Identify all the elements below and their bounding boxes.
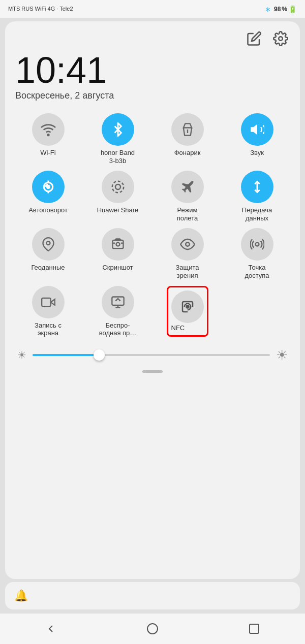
bluetooth-label: honor Band3-b3b <box>101 149 135 165</box>
huaweishare-label: Huawei Share <box>97 206 139 214</box>
svg-point-11 <box>46 242 50 245</box>
battery-icon: 🔋 <box>288 5 297 13</box>
toggle-huaweishare[interactable]: Huawei Share <box>85 171 150 222</box>
toggle-bluetooth[interactable]: honor Band3-b3b <box>85 113 150 165</box>
recents-button[interactable] <box>241 616 267 641</box>
status-bar: MTS RUS WiFi 4G · Tele2 ∗ 98% 🔋 <box>0 0 305 18</box>
toggle-hotspot[interactable]: Точкадоступа <box>224 228 290 279</box>
battery-indicator: 98% 🔋 <box>274 5 297 13</box>
toggle-airplane[interactable]: Режимполета <box>155 171 220 222</box>
nfc-label: NFC <box>171 324 185 332</box>
flashlight-icon-circle <box>171 113 204 146</box>
svg-point-17 <box>255 243 259 246</box>
hotspot-icon-circle <box>241 228 273 261</box>
brightness-high-icon: ☀ <box>276 347 288 363</box>
nfc-icon-circle <box>171 291 204 323</box>
svg-point-8 <box>115 184 120 189</box>
quick-toggles-grid: Wi-Fi honor Band3-b3b Фонарик <box>15 113 290 337</box>
bottom-notification[interactable]: 🔔 <box>5 582 300 609</box>
notification-icon: 🔔 <box>14 589 28 602</box>
wireless-icon-circle <box>102 286 134 318</box>
slider-fill <box>33 354 99 356</box>
geodata-label: Геоданные <box>31 264 65 272</box>
drag-handle-bar <box>142 370 163 373</box>
toggle-screenrecord[interactable]: Запись сэкрана <box>15 286 81 337</box>
svg-point-23 <box>186 305 189 308</box>
toggle-sound[interactable]: Звук <box>224 113 290 165</box>
toggle-flashlight[interactable]: Фонарик <box>155 113 220 165</box>
nfc-highlight-border: NFC <box>167 286 208 337</box>
datatransfer-label: Передачаданных <box>242 206 272 222</box>
airplane-label: Режимполета <box>177 206 198 222</box>
brightness-low-icon: ☀ <box>17 349 26 361</box>
brightness-slider[interactable] <box>33 354 270 356</box>
svg-point-1 <box>47 134 49 136</box>
screenrecord-icon-circle <box>32 286 65 318</box>
back-button[interactable] <box>38 616 64 641</box>
bluetooth-status-icon: ∗ <box>265 5 271 13</box>
panel-top-icons <box>15 29 290 48</box>
wireless-label: Беспро-водная пр… <box>99 321 137 337</box>
toggle-datatransfer[interactable]: Передачаданных <box>224 171 290 222</box>
quick-settings-panel: 10:41 Воскресенье, 2 августа Wi-Fi <box>5 21 300 579</box>
svg-marker-18 <box>50 299 54 305</box>
screenshot-icon-circle <box>102 228 134 261</box>
settings-button[interactable] <box>271 29 290 48</box>
battery-percent: 98 <box>274 6 281 13</box>
svg-point-12 <box>116 243 119 246</box>
autorotate-label: Автоповорот <box>28 206 68 214</box>
svg-point-9 <box>112 181 124 193</box>
slider-thumb[interactable] <box>94 349 105 361</box>
carrier-name: MTS RUS WiFi 4G · Tele2 <box>8 6 73 12</box>
toggle-geodata[interactable]: Геоданные <box>15 228 81 279</box>
navigation-bar <box>0 614 305 644</box>
huaweishare-icon-circle <box>102 171 134 203</box>
autorotate-icon-circle <box>32 171 65 203</box>
flashlight-label: Фонарик <box>174 149 201 157</box>
brightness-row: ☀ ☀ <box>15 347 290 363</box>
toggle-wireless[interactable]: Беспро-водная пр… <box>85 286 150 337</box>
svg-point-16 <box>186 243 190 247</box>
svg-marker-3 <box>251 125 257 134</box>
hotspot-label: Точкадоступа <box>245 264 269 279</box>
wifi-icon-circle <box>32 113 65 146</box>
svg-rect-13 <box>112 240 123 248</box>
eyeprotect-label: Защитазрения <box>175 264 199 279</box>
edit-button[interactable] <box>245 29 263 48</box>
svg-point-24 <box>147 624 158 634</box>
eyeprotect-icon-circle <box>171 228 204 261</box>
svg-rect-19 <box>42 298 51 306</box>
sound-icon-circle <box>241 113 273 146</box>
wifi-label: Wi-Fi <box>40 149 55 157</box>
toggle-nfc[interactable]: NFC <box>155 286 220 337</box>
svg-point-0 <box>279 37 283 41</box>
drag-handle[interactable] <box>15 370 290 373</box>
airplane-icon-circle <box>171 171 204 203</box>
carrier-info: MTS RUS WiFi 4G · Tele2 <box>8 6 73 12</box>
sound-label: Звук <box>250 149 264 157</box>
toggle-eyeprotect[interactable]: Защитазрения <box>155 228 220 279</box>
home-button[interactable] <box>140 616 165 641</box>
clock-date: Воскресенье, 2 августа <box>15 90 290 101</box>
datatransfer-icon-circle <box>241 171 273 203</box>
bluetooth-icon-circle <box>102 113 134 146</box>
screenrecord-label: Запись сэкрана <box>35 321 62 337</box>
toggle-wifi[interactable]: Wi-Fi <box>15 113 81 165</box>
screenshot-label: Скриншот <box>102 264 133 272</box>
toggle-screenshot[interactable]: Скриншот <box>85 228 150 279</box>
svg-rect-25 <box>250 624 259 633</box>
svg-point-7 <box>47 186 49 188</box>
toggle-autorotate[interactable]: Автоповорот <box>15 171 81 222</box>
clock-time: 10:41 <box>15 52 290 88</box>
geodata-icon-circle <box>32 228 65 261</box>
status-icons: ∗ 98% 🔋 <box>265 5 297 13</box>
